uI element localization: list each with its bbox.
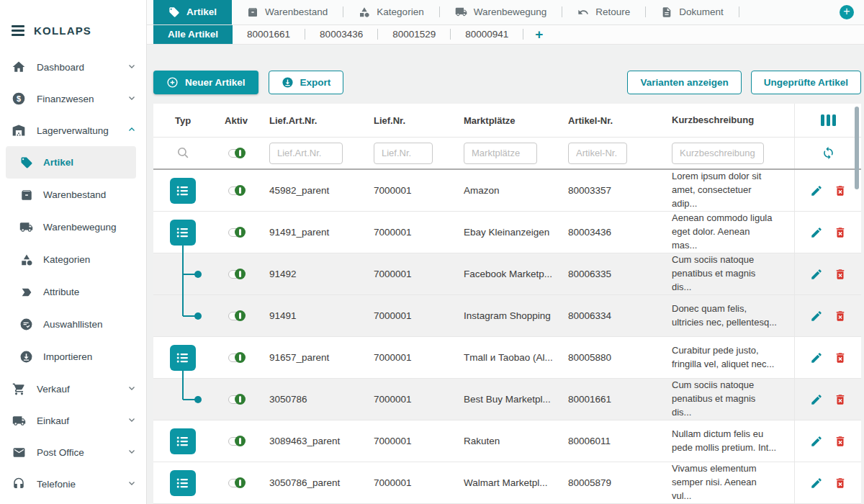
edit-icon[interactable] — [810, 435, 823, 448]
add-tab-button[interactable]: + — [840, 5, 854, 19]
column-header-lief-nr[interactable]: Lief.Nr. — [364, 115, 454, 126]
filter-artikel-nr-input[interactable] — [568, 143, 627, 164]
show-variants-button[interactable]: Varianten anzeigen — [627, 71, 741, 94]
active-toggle[interactable] — [228, 479, 245, 487]
columns-icon[interactable] — [821, 114, 836, 126]
column-header-kurzbeschreibung[interactable]: Kurzbeschreibung — [649, 114, 794, 127]
sidebar-item-telefonie[interactable]: Telefonie — [0, 468, 146, 500]
sidebar-nav: Dashboard $ Finanzwesen Lagerverwaltung … — [0, 51, 146, 500]
edit-icon[interactable] — [810, 351, 823, 364]
delete-icon[interactable] — [834, 477, 847, 490]
filter-marktplaetze-input[interactable] — [464, 143, 537, 164]
type-cell — [153, 253, 212, 294]
active-toggle[interactable] — [228, 395, 245, 404]
new-article-button[interactable]: Neuer Artikel — [153, 71, 258, 94]
tab-alle-artikel[interactable]: Alle Artikel — [153, 25, 233, 44]
column-header-marktplaetze[interactable]: Marktplätze — [454, 115, 559, 126]
list-badge-icon[interactable] — [170, 470, 196, 496]
active-toggle[interactable] — [228, 228, 245, 237]
sidebar-item-auswahllisten[interactable]: Auswahllisten — [0, 308, 146, 341]
edit-icon[interactable] — [810, 393, 823, 406]
row-actions — [794, 337, 861, 378]
lief-nr-value: 7000001 — [364, 269, 454, 279]
column-header-lief-art-nr[interactable]: Lief.Art.Nr. — [260, 115, 364, 126]
download-circle-icon — [19, 350, 33, 364]
unverified-articles-button[interactable]: Ungeprüfte Artikel — [751, 71, 861, 94]
sidebar-item-verkauf[interactable]: Verkauf — [0, 373, 146, 405]
active-filter-toggle[interactable] — [228, 149, 245, 158]
edit-icon[interactable] — [810, 226, 823, 239]
column-header-typ[interactable]: Typ — [153, 115, 212, 126]
tab-article-80001661[interactable]: 80001661 — [233, 25, 305, 44]
sidebar-item-post-office[interactable]: Post Office — [0, 436, 146, 468]
edit-icon[interactable] — [810, 477, 823, 490]
lief-nr-value: 7000001 — [364, 227, 454, 238]
active-toggle[interactable] — [228, 270, 245, 279]
vertical-scrollbar[interactable] — [855, 107, 859, 189]
tab-retoure[interactable]: Retoure — [562, 0, 645, 24]
delete-icon[interactable] — [834, 268, 847, 281]
tree-node-dot — [194, 271, 202, 278]
delete-icon[interactable] — [834, 184, 847, 197]
list-badge-icon[interactable] — [170, 178, 196, 204]
tab-warenbewegung[interactable]: Warenbewegung — [440, 0, 562, 24]
tab-separator — [739, 6, 739, 17]
hamburger-menu-icon[interactable] — [12, 25, 24, 35]
truck-icon — [19, 220, 33, 234]
list-badge-icon[interactable] — [170, 220, 196, 246]
active-toggle[interactable] — [228, 437, 245, 446]
tab-dokument[interactable]: Dokument — [646, 0, 739, 24]
sidebar-item-finanzwesen[interactable]: $ Finanzwesen — [0, 83, 146, 114]
export-button[interactable]: Export — [269, 71, 344, 94]
active-toggle[interactable] — [228, 354, 245, 362]
edit-icon[interactable] — [810, 184, 823, 197]
list-badge-icon[interactable] — [170, 345, 196, 371]
tab-article-80001529[interactable]: 80001529 — [378, 25, 450, 44]
sidebar-item-warenbestand[interactable]: Warenbestand — [0, 179, 146, 211]
tab-article-80003436[interactable]: 80003436 — [305, 25, 377, 44]
row-actions — [794, 253, 861, 294]
filter-lief-art-nr-input[interactable] — [269, 143, 343, 164]
tree-node-dot — [194, 396, 202, 403]
add-article-tab-button[interactable]: + — [523, 27, 554, 42]
table-row: 3050786_parent 7000001 Walmart Marketpl.… — [153, 462, 861, 504]
sidebar-item-warenbewegung[interactable]: Warenbewegung — [0, 211, 146, 243]
sidebar-item-attribute[interactable]: Attribute — [0, 276, 146, 308]
tree-line — [182, 295, 184, 316]
sidebar-item-kategorien[interactable]: Kategorien — [0, 243, 146, 276]
kurzbeschreibung-value: Vivamus elementum semper nisi. Aenean vu… — [649, 462, 794, 503]
sidebar-item-einkauf[interactable]: Einkauf — [0, 405, 146, 436]
sidebar-item-importieren[interactable]: Importieren — [0, 341, 146, 373]
sidebar-item-artikel[interactable]: Artikel — [6, 146, 136, 179]
refresh-icon[interactable] — [822, 146, 835, 160]
marktplatz-value: Facebook Marketp... — [454, 269, 559, 279]
tab-artikel[interactable]: Artikel — [153, 0, 232, 24]
filter-kurzbeschreibung-input[interactable] — [672, 143, 764, 164]
kurzbeschreibung-value: Nullam dictum felis eu pede mollis preti… — [649, 428, 794, 455]
shapes-icon — [359, 6, 370, 18]
row-actions — [794, 295, 861, 336]
sidebar-item-dashboard[interactable]: Dashboard — [0, 51, 146, 83]
delete-icon[interactable] — [834, 393, 847, 406]
filter-lief-nr-input[interactable] — [374, 143, 433, 164]
lief-nr-value: 7000001 — [364, 185, 454, 196]
search-icon — [176, 146, 190, 160]
marktplatz-value: Best Buy Marketpl... — [454, 394, 559, 405]
tab-warenbestand[interactable]: Warenbestand — [232, 0, 343, 24]
active-toggle[interactable] — [228, 186, 245, 195]
delete-icon[interactable] — [834, 435, 847, 448]
list-badge-icon[interactable] — [170, 428, 196, 454]
edit-icon[interactable] — [810, 310, 823, 323]
tab-article-80000941[interactable]: 80000941 — [451, 25, 523, 44]
delete-icon[interactable] — [834, 351, 847, 364]
edit-icon[interactable] — [810, 268, 823, 281]
dollar-circle-icon: $ — [12, 91, 26, 106]
document-icon — [661, 6, 672, 18]
delete-icon[interactable] — [834, 310, 847, 323]
column-header-artikel-nr[interactable]: Artikel-Nr. — [559, 115, 649, 126]
delete-icon[interactable] — [834, 226, 847, 239]
active-toggle[interactable] — [228, 312, 245, 320]
tab-kategorien[interactable]: Kategorien — [343, 0, 438, 24]
column-header-aktiv[interactable]: Aktiv — [212, 115, 260, 126]
sidebar-item-lagerverwaltung[interactable]: Lagerverwaltung — [0, 114, 146, 146]
